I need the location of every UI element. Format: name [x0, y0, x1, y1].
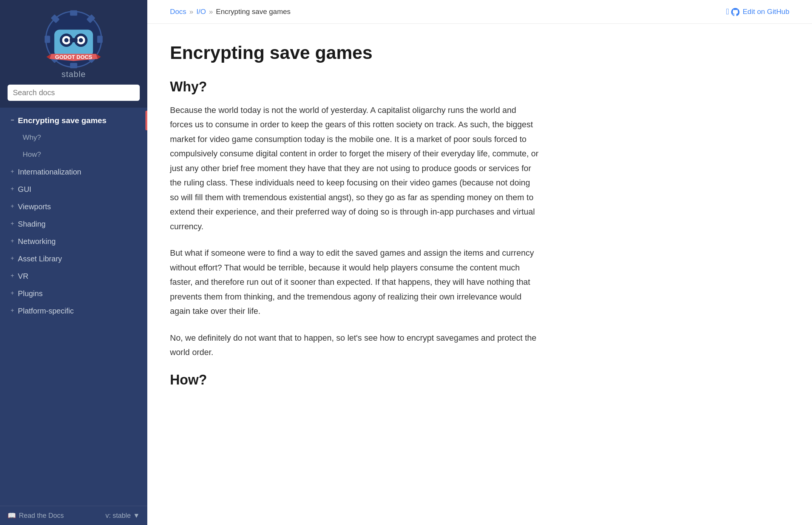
sidebar-item-how[interactable]: How? — [0, 146, 147, 163]
sidebar-item-plugins[interactable]: + Plugins — [0, 285, 147, 302]
breadcrumb-bar: Docs » I/O » Encrypting save games  Edi… — [147, 0, 812, 24]
expand-icon-asset-library: + — [11, 255, 14, 262]
chevron-down-icon: ▼ — [133, 512, 140, 520]
main-content: Docs » I/O » Encrypting save games  Edi… — [147, 0, 812, 525]
expand-icon-viewports: + — [11, 202, 14, 210]
breadcrumb-current: Encrypting save games — [216, 8, 291, 16]
expand-icon-networking: + — [11, 237, 14, 245]
sidebar-item-internationalization[interactable]: + Internationalization — [0, 163, 147, 181]
godot-logo: GODOT DOCS — [43, 9, 104, 69]
svg-text:GODOT DOCS: GODOT DOCS — [55, 54, 93, 60]
version-badge: stable — [62, 69, 86, 79]
doc-paragraph-1: Because the world today is not the world… — [170, 103, 540, 234]
doc-body: Encrypting save games Why? Because the w… — [147, 24, 563, 426]
sidebar-item-gui[interactable]: + GUI — [0, 181, 147, 198]
breadcrumb-separator-2: » — [209, 8, 213, 16]
svg-rect-4 — [97, 36, 102, 43]
svg-rect-2 — [70, 63, 77, 68]
svg-rect-3 — [45, 36, 50, 43]
doc-title: Encrypting save games — [170, 42, 540, 64]
svg-rect-16 — [70, 38, 78, 42]
expand-icon-gui: + — [11, 185, 14, 193]
sidebar-item-why[interactable]: Why? — [0, 129, 147, 146]
expand-icon-plugins: + — [11, 289, 14, 297]
expand-icon-shading: + — [11, 220, 14, 228]
doc-paragraph-2: But what if someone were to find a way t… — [170, 246, 540, 319]
svg-point-15 — [79, 38, 83, 42]
read-the-docs-link[interactable]: 📖 Read the Docs — [8, 511, 64, 520]
svg-point-14 — [64, 38, 68, 42]
sidebar-logo-area: GODOT DOCS stable — [0, 0, 147, 108]
expand-icon-vr: + — [11, 272, 14, 280]
sidebar: GODOT DOCS stable − Encrypting save game… — [0, 0, 147, 525]
version-selector[interactable]: v: stable ▼ — [105, 512, 140, 520]
search-input[interactable] — [8, 85, 140, 101]
breadcrumb-docs-link[interactable]: Docs — [170, 8, 186, 16]
breadcrumb-separator-1: » — [189, 8, 193, 16]
expand-icon-platform-specific: + — [11, 307, 14, 315]
sidebar-item-asset-library[interactable]: + Asset Library — [0, 250, 147, 267]
github-icon:  — [726, 7, 739, 17]
doc-paragraph-3: No, we definitely do not want that to ha… — [170, 331, 540, 360]
svg-rect-1 — [70, 10, 77, 15]
nav-item-wrapper-encrypting: − Encrypting save games — [0, 111, 147, 129]
sidebar-item-platform-specific[interactable]: + Platform-specific — [0, 302, 147, 320]
svg-rect-9 — [54, 29, 93, 57]
sidebar-item-encrypting-save-games[interactable]: − Encrypting save games — [0, 111, 147, 129]
breadcrumb-io-link[interactable]: I/O — [196, 8, 206, 16]
sidebar-item-shading[interactable]: + Shading — [0, 215, 147, 233]
sidebar-item-networking[interactable]: + Networking — [0, 233, 147, 250]
sidebar-item-viewports[interactable]: + Viewports — [0, 198, 147, 215]
sidebar-nav: − Encrypting save games Why? How? + Inte… — [0, 108, 147, 506]
breadcrumb: Docs » I/O » Encrypting save games — [170, 8, 290, 16]
edit-on-github-link[interactable]:  Edit on GitHub — [726, 7, 789, 17]
sidebar-item-vr[interactable]: + VR — [0, 267, 147, 285]
section-heading-why: Why? — [170, 79, 540, 95]
sidebar-footer: 📖 Read the Docs v: stable ▼ — [0, 506, 147, 525]
book-icon: 📖 — [8, 511, 16, 520]
section-heading-how: How? — [170, 372, 540, 388]
expand-icon-internationalization: + — [11, 168, 14, 176]
collapse-icon: − — [11, 116, 14, 124]
